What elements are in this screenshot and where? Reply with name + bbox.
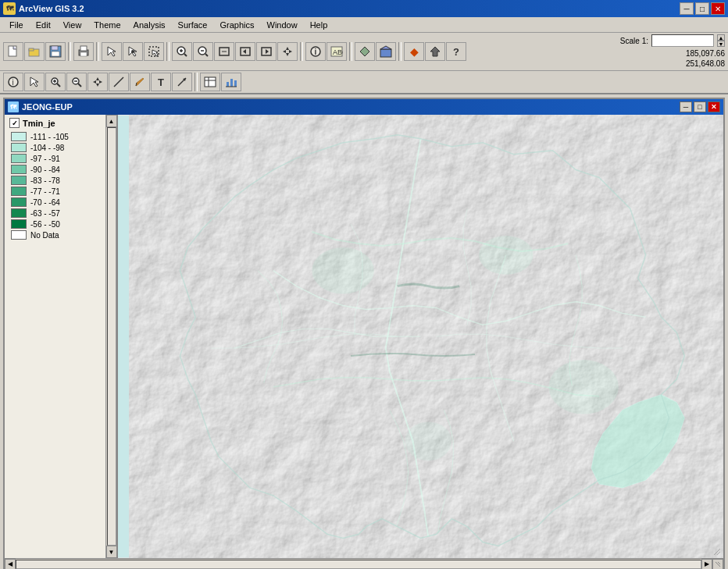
scroll-corner [712,559,723,569]
view-close-btn[interactable]: ✕ [708,101,720,112]
scroll-track[interactable] [107,127,116,546]
map-area[interactable] [118,115,723,558]
tb-select[interactable] [144,42,164,61]
svg-marker-30 [289,50,292,53]
legend-item-nodata: No Data [5,229,116,240]
scroll-down-btn[interactable]: ▼ [106,546,117,558]
legend-header: ✓ Tmin_je [5,115,116,131]
maximize-button[interactable]: □ [695,2,709,15]
tb-arrow[interactable] [425,42,445,61]
svg-line-74 [716,562,720,567]
resize-handle[interactable] [709,544,720,555]
svg-line-54 [114,85,116,87]
svg-rect-64 [230,79,233,87]
tb-help[interactable]: ? [446,42,466,61]
tb2-draw[interactable] [130,73,150,91]
label-6: -77 - -71 [30,187,60,196]
svg-marker-37 [380,46,391,49]
tb-print[interactable] [73,42,94,61]
label-7: -70 - -64 [30,198,60,207]
menu-help[interactable]: Help [304,17,334,32]
sep-t2-1 [194,73,198,91]
tb-pan[interactable] [277,42,298,61]
label-3: -97 - -91 [30,155,60,163]
svg-rect-8 [80,52,87,56]
tb-pointer[interactable] [102,42,122,61]
legend-item-7: -70 - -64 [5,197,116,208]
tb2-chart[interactable] [221,73,241,91]
tb2-text[interactable]: T [151,73,171,91]
svg-rect-4 [52,46,58,50]
h-scroll-track[interactable] [16,560,701,569]
menu-file[interactable]: File [3,17,30,32]
menu-edit[interactable]: Edit [30,17,57,32]
legend-item-6: -77 - -71 [5,186,116,197]
tb2-measure[interactable] [109,73,129,91]
app-title-bar: 🗺 ArcView GIS 3.2 ─ □ ✕ [0,0,728,17]
swatch-7 [11,197,27,207]
scroll-up-btn[interactable]: ▲ [106,115,117,127]
tb-identify[interactable]: i [305,42,326,61]
svg-point-11 [131,50,134,53]
sep-6 [398,42,401,61]
tb-vertex[interactable] [123,42,143,61]
menu-theme[interactable]: Theme [87,17,127,32]
swatch-3 [11,154,27,163]
svg-point-68 [312,247,373,294]
scale-down[interactable]: ▼ [717,41,725,47]
svg-point-70 [405,421,452,461]
menu-analysis[interactable]: Analysis [127,17,172,32]
menu-surface[interactable]: Surface [172,17,214,32]
tb2-table[interactable] [200,73,220,91]
svg-point-69 [479,236,534,275]
tb2-info[interactable]: i [3,73,23,91]
svg-rect-2 [29,48,34,51]
tb2-pan[interactable] [87,73,108,91]
scale-up[interactable]: ▲ [717,34,725,41]
tb-zoomin[interactable] [172,42,192,61]
menu-window[interactable]: Window [261,17,304,32]
menu-view[interactable]: View [57,17,88,32]
svg-marker-9 [108,47,116,56]
svg-marker-24 [243,49,246,54]
swatch-nodata [11,230,27,240]
menu-graphics[interactable]: Graphics [214,17,261,32]
tb-zoomfull[interactable] [214,42,234,61]
tb-label[interactable]: ABC [327,42,347,61]
tb-3d[interactable] [355,42,375,61]
scroll-right-btn[interactable]: ▶ [701,559,712,569]
map-svg [118,115,723,558]
tb-open[interactable] [24,42,45,61]
tb-diamond[interactable]: ◆ [404,42,424,61]
svg-marker-50 [96,84,99,87]
svg-marker-52 [99,80,102,84]
tb-save[interactable] [45,42,66,61]
scale-input[interactable] [651,34,714,47]
main-area: 🗺 JEONG-EUP ─ □ ✕ ✓ Tmin_je -111 - -105 [0,94,728,568]
scroll-left-btn[interactable]: ◀ [5,559,16,569]
label-9: -56 - -50 [30,220,60,229]
label-2: -104 - -98 [30,144,64,152]
close-button[interactable]: ✕ [711,2,725,15]
tb-zoomout[interactable] [193,42,213,61]
tb2-zoomout[interactable] [66,73,87,91]
tb-zoomnext[interactable] [256,42,277,61]
svg-rect-5 [52,52,59,56]
view-content: ✓ Tmin_je -111 - -105 -104 - -98 -97 - -… [5,115,723,558]
svg-marker-56 [136,78,144,86]
tb-scene[interactable] [376,42,396,61]
tb2-pointer[interactable] [24,73,45,91]
minimize-button[interactable]: ─ [680,2,694,15]
svg-line-45 [57,84,60,87]
legend-item-8: -63 - -57 [5,208,116,219]
label-nodata: No Data [30,231,59,240]
view-maximize-btn[interactable]: □ [694,101,706,112]
svg-marker-29 [283,50,286,53]
tb2-arrow[interactable] [172,73,192,91]
tb-new[interactable] [3,42,23,61]
view-minimize-btn[interactable]: ─ [680,101,692,112]
h-scrollbar: ◀ ▶ [5,558,723,569]
layer-checkbox[interactable]: ✓ [9,118,20,128]
tb-zoomprev[interactable] [235,42,255,61]
tb2-zoomin[interactable] [45,73,66,91]
